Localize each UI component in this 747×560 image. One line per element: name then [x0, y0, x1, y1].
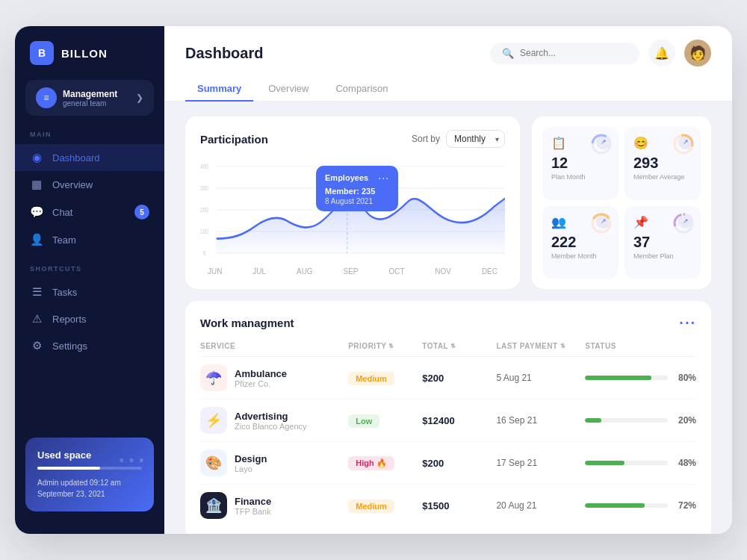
- used-space-desc: Admin updated 09:12 amSeptember 23, 2021: [37, 477, 142, 500]
- x-label-sep: SEP: [344, 267, 359, 276]
- priority-cell: High 🔥: [348, 455, 422, 470]
- sort-label: Sort by: [412, 134, 440, 144]
- date-cell-design: 17 Sep 21: [496, 458, 585, 468]
- team-name: Management: [63, 89, 117, 99]
- sidebar-item-chat[interactable]: 💬 Chat 5: [15, 198, 164, 226]
- total-cell-ambulance: $200: [422, 373, 496, 384]
- progress-bar-fill: [585, 461, 624, 465]
- page-title: Dashboard: [185, 45, 263, 62]
- overview-icon: ▦: [30, 178, 43, 191]
- date-cell-ambulance: 5 Aug 21: [496, 373, 585, 383]
- main-section-label: MAIN: [15, 131, 164, 144]
- table-row: 🏦 Finance TFP Bank Medium $1500 20 Aug 2…: [200, 485, 696, 526]
- team-selector[interactable]: ≡ Management general team ❯: [25, 80, 154, 116]
- sidebar-item-label: Overview: [52, 179, 93, 190]
- service-cell-finance: 🏦 Finance TFP Bank: [200, 492, 348, 519]
- service-name: Ambulance: [235, 368, 287, 379]
- x-label-jun: JUN: [208, 267, 222, 276]
- progress-bar-fill: [585, 376, 651, 380]
- content-area: Participation Sort by Monthly Weekly Yea…: [164, 102, 732, 534]
- svg-text:300: 300: [200, 184, 208, 193]
- service-icon-finance: 🏦: [200, 492, 227, 519]
- priority-badge-advertising: Low: [348, 414, 379, 428]
- sidebar-item-dashboard[interactable]: ◉ Dashboard: [15, 144, 164, 171]
- service-name: Design: [235, 453, 267, 464]
- stat-donut-month: [590, 212, 613, 234]
- used-space-card: ⋯ Used space Admin updated 09:12 amSepte…: [25, 438, 154, 511]
- sidebar-item-team[interactable]: 👤 Team: [15, 226, 164, 253]
- tab-summary[interactable]: Summary: [185, 77, 253, 102]
- stat-label-mplan: Member Plan: [633, 252, 692, 260]
- progress-bar-fill: [585, 503, 645, 508]
- progress-pct: 20%: [674, 415, 696, 426]
- svg-text:0: 0: [203, 249, 206, 258]
- service-info-design: Design Layo: [235, 453, 267, 473]
- participation-header: Participation Sort by Monthly Weekly Yea…: [200, 130, 505, 148]
- service-icon-ambulance: ☂️: [200, 364, 227, 391]
- service-cell-ambulance: ☂️ Ambulance Pfizer Co.: [200, 364, 348, 391]
- x-label-jul: JUL: [252, 267, 266, 276]
- date-cell-finance: 20 Aug 21: [496, 500, 585, 511]
- work-management-card: Work managment ··· SERVICE PRIORITY ⇅ TO…: [185, 301, 711, 534]
- table-header: SERVICE PRIORITY ⇅ TOTAL ⇅ LAST PAYMENT …: [200, 342, 696, 357]
- sidebar-item-label: Reports: [52, 314, 87, 325]
- tab-bar: Summary Overview Comparison: [185, 77, 711, 101]
- th-status: STATUS: [585, 342, 696, 350]
- header-right: 🔍 🔔 🧑: [490, 40, 711, 66]
- used-space-bar: [37, 467, 142, 470]
- participation-card: Participation Sort by Monthly Weekly Yea…: [185, 116, 520, 289]
- stat-member-plan: 📌 37 Member Plan ↗: [624, 206, 701, 279]
- progress-pct: 48%: [674, 458, 696, 468]
- table-row: 🎨 Design Layo High 🔥 $200 17 Sep 21: [200, 442, 696, 485]
- th-total[interactable]: TOTAL ⇅: [422, 342, 496, 350]
- stat-label-month: Member Month: [551, 252, 610, 260]
- sidebar-item-reports[interactable]: ⚠ Reports: [15, 305, 164, 332]
- stat-value-mplan: 37: [633, 234, 692, 251]
- settings-icon: ⚙: [30, 339, 43, 352]
- stats-grid: 📋 12 Plan Month ↗ 😊 293 Member Averag: [532, 116, 711, 289]
- stat-value-month: 222: [551, 234, 610, 251]
- th-priority[interactable]: PRIORITY ⇅: [348, 342, 422, 350]
- header: Dashboard 🔍 🔔 🧑 Summary Overview Compari…: [164, 26, 732, 102]
- sidebar-item-overview[interactable]: ▦ Overview: [15, 171, 164, 198]
- stat-donut-mplan: [672, 212, 695, 234]
- stat-plan-month: 📋 12 Plan Month ↗: [542, 127, 619, 200]
- th-service: SERVICE: [200, 342, 348, 350]
- notification-button[interactable]: 🔔: [648, 40, 675, 66]
- total-cell-advertising: $12400: [422, 415, 496, 426]
- th-payment[interactable]: LAST PAYMENT ⇅: [496, 342, 585, 350]
- sidebar-item-label: Dashboard: [52, 152, 100, 164]
- priority-badge-ambulance: Medium: [348, 372, 394, 385]
- sidebar-item-settings[interactable]: ⚙ Settings: [15, 332, 164, 359]
- date-cell-advertising: 16 Sep 21: [496, 415, 585, 426]
- more-button[interactable]: ···: [679, 314, 696, 332]
- priority-badge-design: High 🔥: [348, 456, 394, 470]
- top-row: Participation Sort by Monthly Weekly Yea…: [185, 116, 711, 289]
- sidebar: B BILLON ≡ Management general team ❯ MAI…: [15, 26, 164, 534]
- progress-cell-advertising: 20%: [585, 415, 696, 426]
- user-avatar[interactable]: 🧑: [684, 40, 711, 66]
- tab-comparison[interactable]: Comparison: [323, 77, 400, 102]
- search-input[interactable]: [520, 48, 627, 58]
- stat-member-average: 😊 293 Member Average ↗: [624, 127, 701, 200]
- stat-donut-avg: [672, 133, 695, 155]
- x-label-nov: NOV: [435, 267, 451, 276]
- sort-icon-payment: ⇅: [560, 343, 566, 349]
- service-sub: Zico Blanco Agency: [235, 422, 307, 431]
- svg-text:400: 400: [200, 163, 208, 171]
- used-space-fill: [37, 467, 100, 470]
- service-sub: TFP Bank: [235, 507, 271, 516]
- svg-text:100: 100: [200, 228, 208, 236]
- main-content: Dashboard 🔍 🔔 🧑 Summary Overview Compari…: [164, 26, 732, 534]
- search-box[interactable]: 🔍: [490, 43, 639, 64]
- priority-cell: Low: [348, 414, 422, 428]
- sort-wrapper[interactable]: Monthly Weekly Yearly: [446, 130, 505, 148]
- participation-title: Participation: [200, 133, 268, 146]
- progress-cell-ambulance: 80%: [585, 373, 696, 383]
- dashboard-icon: ◉: [30, 151, 43, 164]
- sidebar-item-tasks[interactable]: ☰ Tasks: [15, 279, 164, 305]
- tab-overview[interactable]: Overview: [256, 77, 320, 102]
- shortcuts-section-label: SHORTCUTS: [15, 265, 164, 279]
- sort-select[interactable]: Monthly Weekly Yearly: [446, 130, 505, 148]
- sidebar-item-label: Tasks: [52, 287, 77, 298]
